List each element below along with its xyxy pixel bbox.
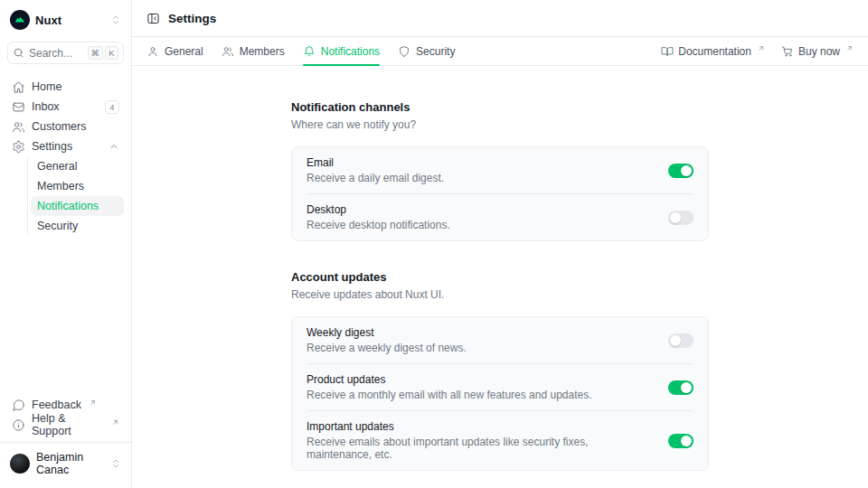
sidebar-item-label: Home (32, 80, 61, 93)
setting-row-important-updates: Important updatesReceive emails about im… (292, 411, 708, 470)
setting-row-desktop: DesktopReceive desktop notifications. (292, 194, 708, 240)
tab-notifications[interactable]: Notifications (303, 37, 380, 65)
user-menu[interactable]: Benjamin Canac (9, 449, 122, 478)
setting-text: DesktopReceive desktop notifications. (307, 203, 668, 231)
users-icon (12, 120, 25, 134)
chevrons-up-down-icon (110, 14, 121, 25)
chevrons-up-down-icon (110, 14, 121, 25)
sidebar-item-settings[interactable]: Settings (7, 136, 124, 156)
sidebar-settings-submenu: GeneralMembersNotificationsSecurity (27, 156, 124, 236)
search-placeholder: Search... (29, 47, 72, 60)
nuxt-logo-icon (14, 14, 25, 25)
toggle-knob (670, 212, 681, 223)
sidebar-item-help-support[interactable]: Help & Support (7, 415, 124, 435)
book-open-icon (661, 45, 674, 58)
setting-title: Weekly digest (307, 326, 646, 339)
sidebar-nav: HomeInbox4CustomersSettingsGeneralMember… (7, 77, 124, 236)
inbox-count-badge: 4 (105, 100, 119, 114)
avatar (10, 454, 30, 474)
external-link-icon (111, 418, 119, 427)
setting-row-email: EmailReceive a daily email digest. (292, 147, 708, 193)
settings-card: Weekly digestReceive a weekly digest of … (291, 316, 709, 471)
sidebar-item-notifications[interactable]: Notifications (31, 196, 124, 216)
tab-members[interactable]: Members (222, 37, 285, 65)
sidebar-item-label: Feedback (32, 399, 81, 411)
sidebar-item-label: Help & Support (32, 412, 104, 437)
external-link-icon (845, 44, 854, 52)
toggle-knob (681, 382, 692, 393)
sidebar-item-home[interactable]: Home (7, 77, 124, 97)
sidebar-item-members[interactable]: Members (31, 176, 124, 196)
settings-content: Notification channelsWhere can we notify… (132, 66, 868, 488)
setting-text: Important updatesReceive emails about im… (307, 420, 668, 461)
setting-description: Receive a monthly email with all new fea… (307, 389, 646, 401)
header-links: DocumentationBuy now (661, 45, 854, 58)
search-icon (13, 47, 24, 59)
section-notification-channels: Notification channelsWhere can we notify… (291, 100, 709, 241)
shopping-cart-icon (781, 45, 794, 58)
settings-card: EmailReceive a daily email digest.Deskto… (291, 146, 709, 241)
search-shortcut-keys: ⌘K (88, 46, 119, 60)
sidebar-item-security[interactable]: Security (31, 216, 124, 236)
section-description: Where can we notify you? (291, 118, 709, 131)
email-toggle[interactable] (668, 164, 693, 178)
setting-title: Email (307, 156, 646, 169)
link-label: Buy now (798, 45, 840, 58)
sidebar: Nuxt Search... ⌘K HomeInbox4CustomersSet… (0, 0, 132, 488)
product-updates-toggle[interactable] (668, 380, 693, 395)
section-account-updates: Account updatesReceive updates about Nux… (291, 270, 709, 471)
documentation-link[interactable]: Documentation (661, 45, 765, 58)
toggle-knob (681, 436, 692, 446)
sidebar-item-customers[interactable]: Customers (7, 117, 124, 136)
chevrons-up-down-icon (110, 458, 121, 469)
setting-text: EmailReceive a daily email digest. (307, 156, 668, 184)
section-title: Account updates (291, 270, 709, 284)
setting-title: Product updates (307, 373, 646, 386)
search-input[interactable]: Search... ⌘K (7, 42, 124, 64)
tab-label: Security (416, 45, 455, 58)
shortcut-key: K (105, 46, 118, 60)
setting-description: Receive a weekly digest of news. (307, 342, 646, 354)
desktop-toggle[interactable] (668, 211, 693, 225)
panel-left-close-icon (146, 12, 160, 25)
sidebar-collapse-button[interactable] (146, 12, 160, 25)
sidebar-item-label: Customers (32, 120, 86, 133)
important-updates-toggle[interactable] (668, 434, 693, 448)
external-link-icon (89, 399, 97, 407)
tab-general[interactable]: General (146, 37, 203, 65)
setting-row-product-updates: Product updatesReceive a monthly email w… (292, 364, 708, 410)
sidebar-footer-nav: FeedbackHelp & Support (7, 395, 124, 435)
setting-description: Receive emails about important updates l… (307, 436, 646, 461)
team-selector[interactable]: Nuxt (7, 7, 124, 33)
inbox-icon (12, 100, 25, 114)
setting-description: Receive a daily email digest. (307, 172, 646, 184)
sidebar-item-label: Inbox (32, 100, 60, 113)
shortcut-key: ⌘ (88, 46, 104, 60)
nuxt-logo-icon (10, 10, 30, 30)
sidebar-item-inbox[interactable]: Inbox4 (7, 97, 124, 117)
link-label: Documentation (678, 45, 751, 58)
section-description: Receive updates about Nuxt UI. (291, 288, 709, 301)
sidebar-item-general[interactable]: General (31, 156, 124, 176)
shield-icon (398, 45, 410, 58)
sections-container: Notification channelsWhere can we notify… (291, 66, 709, 471)
page-header: Settings (132, 0, 868, 37)
home-icon (12, 80, 25, 94)
setting-text: Weekly digestReceive a weekly digest of … (307, 326, 668, 354)
external-link-icon (757, 44, 765, 52)
settings-icon (12, 140, 25, 154)
setting-title: Important updates (307, 420, 646, 433)
tab-label: Members (240, 45, 285, 58)
tab-security[interactable]: Security (398, 37, 455, 65)
page-title: Settings (168, 12, 216, 25)
setting-description: Receive desktop notifications. (307, 219, 646, 231)
sidebar-spacer (7, 236, 124, 388)
buy-now-link[interactable]: Buy now (781, 45, 854, 58)
chevrons-up-down-icon (110, 458, 121, 469)
toggle-knob (681, 165, 692, 176)
message-icon (12, 399, 25, 412)
team-name: Nuxt (35, 14, 61, 27)
sidebar-footer: Benjamin Canac (0, 442, 131, 481)
weekly-digest-toggle[interactable] (668, 333, 693, 348)
tab-label: General (165, 45, 203, 58)
